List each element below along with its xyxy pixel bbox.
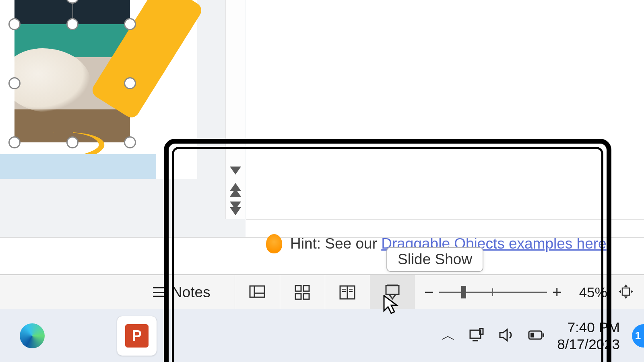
resize-handle-tl[interactable] xyxy=(8,18,21,30)
resize-handle-tm[interactable] xyxy=(66,18,78,30)
svg-rect-3 xyxy=(295,286,301,291)
powerpoint-letter: P xyxy=(125,324,149,348)
slide-canvas[interactable] xyxy=(0,0,197,179)
previous-slide-icon[interactable] xyxy=(230,183,241,197)
scroll-down-icon[interactable] xyxy=(230,167,241,175)
reading-view-button[interactable] xyxy=(325,275,370,310)
resize-handle-bm[interactable] xyxy=(66,136,78,148)
slide-accent-bar xyxy=(0,154,156,179)
resize-handle-mr[interactable] xyxy=(124,77,136,89)
svg-rect-16 xyxy=(470,330,481,338)
svg-rect-4 xyxy=(303,286,309,291)
svg-rect-0 xyxy=(250,286,264,297)
zoom-thumb[interactable] xyxy=(461,286,466,298)
slideshow-tooltip: Slide Show xyxy=(386,247,483,272)
hint-prefix: Hint: See our xyxy=(290,235,381,252)
resize-handle-ml[interactable] xyxy=(8,77,21,89)
clock-date: 8/17/2023 xyxy=(557,336,620,353)
svg-rect-21 xyxy=(530,333,534,337)
notes-label: Notes xyxy=(171,284,211,301)
zoom-in-button[interactable]: + xyxy=(547,283,567,301)
svg-rect-17 xyxy=(480,329,483,334)
cursor-pointer-icon xyxy=(382,295,399,317)
zoom-percent[interactable]: 45% xyxy=(579,284,607,300)
system-tray: ︿ 7:40 PM 8/17/2023 1 xyxy=(441,309,635,362)
zoom-tick xyxy=(492,288,493,296)
fit-to-window-button[interactable] xyxy=(617,283,635,302)
resize-handle-tr[interactable] xyxy=(124,18,136,30)
vertical-scrollbar[interactable] xyxy=(225,0,245,219)
slide-thumbnail-pane xyxy=(0,0,246,237)
status-bar: Notes − + 45% xyxy=(0,274,644,309)
svg-rect-6 xyxy=(303,294,309,299)
tray-overflow-chevron-icon[interactable]: ︿ xyxy=(441,326,456,346)
notification-badge[interactable]: 1 xyxy=(632,324,644,348)
edge-browser-icon[interactable] xyxy=(12,316,52,356)
normal-view-button[interactable] xyxy=(235,275,280,310)
zoom-out-button[interactable]: − xyxy=(419,283,439,301)
svg-rect-5 xyxy=(295,294,301,299)
svg-rect-20 xyxy=(543,333,544,337)
clock-time: 7:40 PM xyxy=(557,319,620,336)
windows-taskbar[interactable]: P ︿ 7:40 PM 8/17/2023 1 xyxy=(0,309,644,362)
rotate-stem xyxy=(72,2,73,18)
speaker-icon[interactable] xyxy=(497,326,515,346)
next-slide-icon[interactable] xyxy=(230,202,241,215)
svg-rect-15 xyxy=(622,288,630,295)
selection-box[interactable] xyxy=(14,24,130,142)
network-icon[interactable] xyxy=(468,326,485,346)
battery-icon[interactable] xyxy=(527,326,545,346)
notes-button[interactable]: Notes xyxy=(153,284,211,301)
slide-sorter-button[interactable] xyxy=(280,275,325,310)
zoom-control: − + xyxy=(419,283,567,301)
powerpoint-taskbar-icon[interactable]: P xyxy=(117,316,157,356)
lightbulb-icon xyxy=(266,234,282,253)
resize-handle-bl[interactable] xyxy=(8,136,21,148)
svg-rect-13 xyxy=(386,286,399,294)
editor-whitespace xyxy=(246,0,644,219)
taskbar-clock[interactable]: 7:40 PM 8/17/2023 xyxy=(557,319,620,353)
resize-handle-br[interactable] xyxy=(124,136,136,148)
notes-icon xyxy=(153,287,167,298)
zoom-slider[interactable] xyxy=(439,292,547,293)
